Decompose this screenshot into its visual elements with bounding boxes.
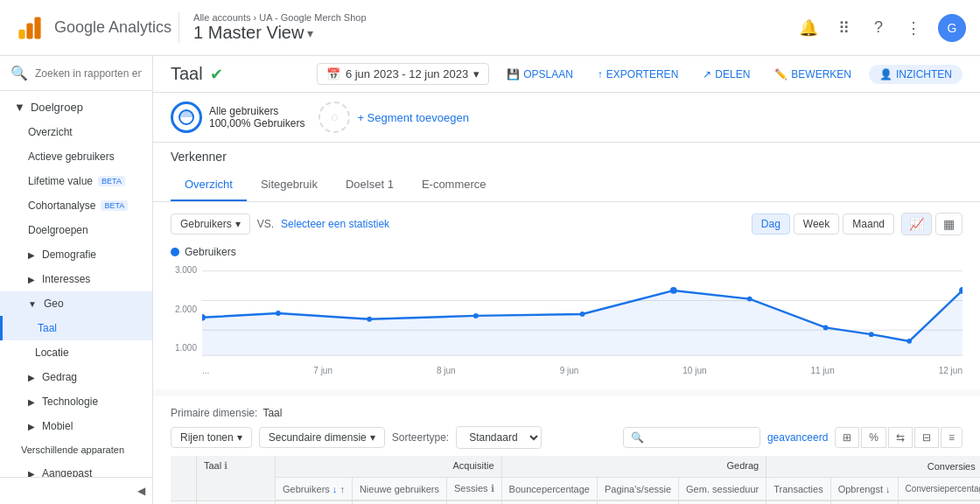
edit-icon: ✏️ bbox=[774, 68, 788, 80]
svg-point-10 bbox=[367, 317, 372, 322]
tab-sitegebruik[interactable]: Sitegebruik bbox=[247, 169, 332, 201]
svg-point-16 bbox=[869, 332, 874, 337]
table-search-input[interactable] bbox=[648, 431, 752, 444]
tab-ecommerce[interactable]: E-commerce bbox=[408, 169, 500, 201]
table-view-buttons: ⊞ % ⇆ ⊟ ≡ bbox=[835, 427, 962, 448]
sidebar-item-demografie[interactable]: ▶ Demografie bbox=[0, 242, 152, 267]
nieuwe-gebruikers-col-header[interactable]: Nieuwe gebruikers bbox=[352, 478, 446, 501]
gedrag-header: Gedrag bbox=[501, 456, 766, 478]
sidebar-collapse-button[interactable]: ◀ bbox=[0, 477, 152, 504]
metric-select[interactable]: Gebruikers ▾ bbox=[171, 214, 250, 234]
line-chart-button[interactable]: 📈 bbox=[901, 213, 932, 235]
sidebar-item-taal[interactable]: Taal bbox=[0, 316, 152, 340]
segment-add[interactable]: ○ + Segment toevoegen bbox=[318, 102, 469, 133]
vs-label: VS. bbox=[257, 218, 274, 230]
sidebar-nav: ▼ Doelgroep Overzicht Actieve gebruikers… bbox=[0, 91, 152, 477]
exporteren-button[interactable]: ↑ EXPORTEREN bbox=[591, 65, 685, 84]
period-dag-button[interactable]: Dag bbox=[752, 214, 790, 234]
inzichten-button[interactable]: 👤 INZICHTEN bbox=[869, 65, 962, 84]
logo-area: Google Analytics bbox=[14, 12, 172, 44]
help-icon[interactable]: ? bbox=[868, 18, 889, 38]
table-search-bar[interactable]: 🔍 bbox=[623, 427, 760, 448]
pivot-view-button[interactable]: ⊟ bbox=[914, 427, 939, 448]
grid-view-button[interactable]: ⊞ bbox=[835, 427, 859, 448]
segment-alle-gebruikers[interactable]: Alle gebruikers 100,00% Gebruikers bbox=[171, 102, 304, 133]
sort-select[interactable]: Standaard bbox=[456, 426, 542, 449]
conversiepercentage-col-header[interactable]: Conversiepercentage van e-commerce bbox=[898, 478, 980, 501]
content-body: Verkenner Overzicht Sitegebruik Doelset … bbox=[153, 143, 980, 504]
secondary-dim-button[interactable]: Secundaire dimensie ▾ bbox=[259, 427, 385, 448]
verkenner-header: Verkenner Overzicht Sitegebruik Doelset … bbox=[153, 143, 980, 202]
y-axis: 3.000 2.000 1.000 bbox=[171, 265, 202, 353]
opbrengst-col-header[interactable]: Opbrengst ↓ bbox=[830, 478, 898, 501]
user-avatar[interactable]: G bbox=[938, 14, 966, 42]
opslaan-button[interactable]: 💾 OPSLAAN bbox=[500, 65, 580, 84]
paginas-sessie-col-header[interactable]: Pagina's/sessie bbox=[597, 478, 678, 501]
date-range-picker[interactable]: 📅 6 jun 2023 - 12 jun 2023 ▾ bbox=[317, 63, 489, 85]
gebruikers-col-header[interactable]: Gebruikers ↓ ↑ bbox=[276, 478, 353, 501]
date-chevron-icon: ▾ bbox=[473, 67, 480, 80]
sidebar-item-gedrag[interactable]: ▶ Gedrag bbox=[0, 365, 152, 389]
search-input[interactable] bbox=[35, 67, 142, 80]
advanced-link[interactable]: geavanceerd bbox=[767, 431, 828, 444]
y-label-3000: 3.000 bbox=[171, 265, 197, 275]
dropdown-icon: ▾ bbox=[235, 218, 241, 230]
svg-point-14 bbox=[747, 297, 752, 302]
total-transacties: 2 % van totaal: 100,00% (2) bbox=[766, 500, 830, 504]
sidebar-item-doelgroepen[interactable]: Doelgroepen bbox=[0, 218, 152, 242]
transacties-col-header[interactable]: Transacties bbox=[766, 478, 830, 501]
primary-dimension-label: Primaire dimensie: bbox=[171, 407, 257, 419]
sessies-col-header[interactable]: Sessies ℹ bbox=[447, 478, 502, 501]
apps-icon[interactable]: ⠿ bbox=[833, 18, 854, 38]
y-label-2000: 2.000 bbox=[171, 304, 197, 314]
sidebar-item-actieve-gebruikers[interactable]: Actieve gebruikers bbox=[0, 144, 152, 169]
percent-view-button[interactable]: % bbox=[861, 427, 886, 448]
chevron-right-icon: ▶ bbox=[28, 373, 35, 382]
sidebar-item-technologie[interactable]: ▶ Technologie bbox=[0, 389, 152, 414]
gem-sessieduur-col-header[interactable]: Gem. sessieduur bbox=[679, 478, 766, 501]
content-header: Taal ✔ 📅 6 jun 2023 - 12 jun 2023 ▾ 💾 OP… bbox=[153, 56, 980, 93]
sidebar-item-aangepast[interactable]: ▶ Aangepast bbox=[0, 461, 152, 477]
notifications-icon[interactable]: 🔔 bbox=[798, 18, 819, 38]
tab-doelset[interactable]: Doelset 1 bbox=[332, 169, 408, 201]
bar-chart-button[interactable]: ▦ bbox=[935, 213, 962, 235]
svg-point-13 bbox=[670, 287, 677, 294]
chevron-down-icon: ▼ bbox=[14, 101, 25, 114]
add-segment-label[interactable]: + Segment toevoegen bbox=[357, 111, 469, 124]
sidebar-item-doelgroep[interactable]: ▼ Doelgroep bbox=[0, 94, 152, 120]
chart-area: 3.000 2.000 1.000 bbox=[171, 265, 962, 375]
verkenner-label: Verkenner bbox=[171, 150, 962, 164]
sidebar-item-verschillende-apparaten[interactable]: Verschillende apparaten bbox=[0, 438, 152, 461]
sidebar-item-cohortanalyse[interactable]: Cohortanalyse BETA bbox=[0, 193, 152, 218]
sidebar-item-locatie[interactable]: Locatie bbox=[0, 340, 152, 365]
rows-tonen-button[interactable]: Rijen tonen ▾ bbox=[171, 427, 252, 448]
sidebar-item-overzicht[interactable]: Overzicht bbox=[0, 120, 152, 144]
segment-bar: Alle gebruikers 100,00% Gebruikers ○ + S… bbox=[153, 93, 980, 143]
period-week-button[interactable]: Week bbox=[794, 214, 839, 234]
primary-dimension-value: Taal bbox=[262, 407, 282, 419]
sidebar-item-geo[interactable]: ▼ Geo bbox=[0, 291, 152, 316]
sidebar-item-interesses[interactable]: ▶ Interesses bbox=[0, 267, 152, 291]
sidebar-item-lifetime-value[interactable]: Lifetime value BETA bbox=[0, 169, 152, 193]
select-stat-link[interactable]: Selecteer een statistiek bbox=[281, 218, 389, 230]
table-view-button[interactable]: ≡ bbox=[941, 427, 962, 448]
total-gebruikers: 14.550 % van totaal: 100,00% (14.550) bbox=[276, 500, 353, 504]
compare-view-button[interactable]: ⇆ bbox=[888, 427, 913, 448]
sidebar-search-bar[interactable]: 🔍 bbox=[0, 56, 152, 91]
total-sessies: 17.182 % van totaal: 100,00% (17.182) bbox=[447, 500, 502, 504]
total-paginas: 3,96 Gem. voor dataweergave: 3,96 (0,00%… bbox=[597, 500, 678, 504]
tab-overzicht[interactable]: Overzicht bbox=[171, 169, 247, 201]
period-maand-button[interactable]: Maand bbox=[843, 214, 894, 234]
bewerken-button[interactable]: ✏️ BEWERKEN bbox=[767, 65, 858, 84]
export-icon: ↑ bbox=[598, 68, 603, 80]
chevron-right-icon: ▶ bbox=[28, 250, 35, 260]
more-options-icon[interactable]: ⋮ bbox=[903, 18, 924, 38]
delen-button[interactable]: ↗ DELEN bbox=[696, 65, 757, 84]
acquisitie-header: Acquisitie bbox=[276, 456, 502, 478]
svg-point-17 bbox=[906, 339, 912, 344]
sidebar-item-mobiel[interactable]: ▶ Mobiel bbox=[0, 414, 152, 438]
master-view-selector[interactable]: 1 Master View ▾ bbox=[193, 23, 798, 43]
svg-rect-0 bbox=[18, 29, 24, 38]
page-title-group: Taal ✔ bbox=[171, 64, 223, 84]
bouncepercentage-col-header[interactable]: Bouncepercentage bbox=[501, 478, 597, 501]
